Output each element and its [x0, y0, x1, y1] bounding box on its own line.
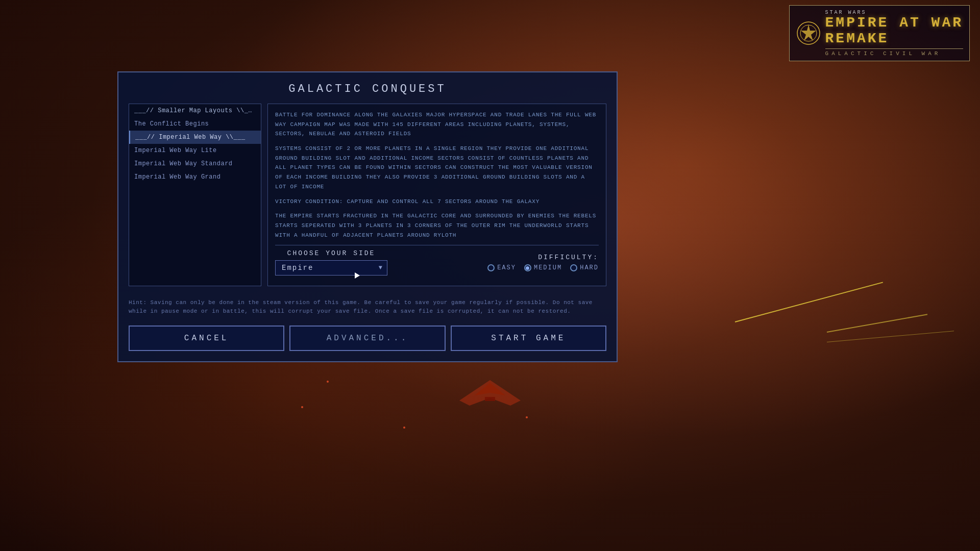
- difficulty-section: Difficulty: Easy Medium Hard: [487, 254, 599, 271]
- logo-container: STAR WARS EMPIRE AT WAR REMAKE GALACTIC …: [789, 5, 970, 61]
- dot-3: [526, 416, 528, 418]
- difficulty-hard-label: Hard: [580, 264, 599, 271]
- list-item-header[interactable]: ___// Smaller Map Layouts \\___: [129, 104, 261, 117]
- desc-para1: Battle for dominance along the galaxies …: [275, 110, 599, 139]
- svg-rect-2: [485, 397, 495, 401]
- difficulty-options: Easy Medium Hard: [487, 264, 599, 271]
- list-item-imperial-web[interactable]: ___// Imperial Web Way \\___: [129, 131, 261, 144]
- galactic-conquest-dialog: Galactic Conquest ___// Smaller Map Layo…: [117, 71, 618, 362]
- difficulty-label: Difficulty:: [538, 254, 599, 261]
- logo-icon: [796, 20, 821, 46]
- side-selector: Choose your side Empire Rebel Alliance U…: [275, 249, 387, 276]
- dot-2: [301, 406, 303, 408]
- dot-1: [327, 381, 329, 383]
- difficulty-easy-label: Easy: [497, 264, 516, 271]
- difficulty-medium[interactable]: Medium: [524, 264, 562, 271]
- description-text: Battle for dominance along the galaxies …: [275, 110, 599, 240]
- difficulty-hard[interactable]: Hard: [570, 264, 599, 271]
- button-row: Cancel Advanced... Start Game: [129, 325, 606, 351]
- ship-silhouette: [439, 378, 541, 408]
- cancel-button[interactable]: Cancel: [129, 325, 284, 351]
- hint-text: Hint: Saving can only be done in the ste…: [129, 294, 606, 319]
- radio-hard: [570, 264, 577, 271]
- desc-para3: Victory condition: Capture and control a…: [275, 197, 599, 207]
- advanced-button[interactable]: Advanced...: [289, 325, 445, 351]
- desc-para2: Systems consist of 2 or more planets in …: [275, 144, 599, 191]
- options-row: Choose your side Empire Rebel Alliance U…: [275, 245, 599, 280]
- logo-sub-text: GALACTIC CIVIL WAR: [825, 48, 963, 57]
- logo-main-text: EMPIRE AT WAR REMAKE: [825, 15, 963, 47]
- side-dropdown[interactable]: Empire Rebel Alliance Underworld: [275, 260, 387, 276]
- desc-para4: The Empire starts fractured in the galac…: [275, 211, 599, 240]
- list-item-grand[interactable]: Imperial Web Way Grand: [129, 170, 261, 184]
- radio-easy: [487, 264, 495, 271]
- dialog-body: ___// Smaller Map Layouts \\___ The Conf…: [129, 104, 606, 286]
- side-dropdown-wrapper: Empire Rebel Alliance Underworld ▼: [275, 260, 387, 276]
- list-item-lite[interactable]: Imperial Web Way Lite: [129, 144, 261, 157]
- difficulty-easy[interactable]: Easy: [487, 264, 516, 271]
- map-list-panel: ___// Smaller Map Layouts \\___ The Conf…: [129, 104, 261, 286]
- list-item-conflict[interactable]: The Conflict Begins: [129, 117, 261, 131]
- start-game-button[interactable]: Start Game: [451, 325, 606, 351]
- info-panel: Battle for dominance along the galaxies …: [267, 104, 606, 286]
- dialog-title: Galactic Conquest: [129, 83, 606, 95]
- list-item-standard[interactable]: Imperial Web Way Standard: [129, 157, 261, 170]
- radio-medium: [524, 264, 531, 271]
- difficulty-medium-label: Medium: [534, 264, 562, 271]
- side-label: Choose your side: [287, 249, 376, 257]
- dot-4: [403, 427, 405, 429]
